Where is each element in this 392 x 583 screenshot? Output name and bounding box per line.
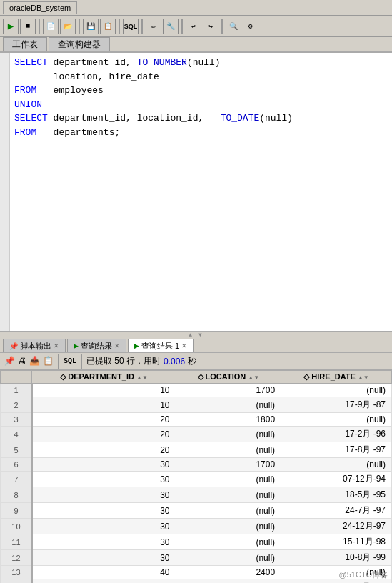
cell-dept-id: 20 <box>32 413 176 427</box>
search-button[interactable]: 🔍 <box>226 19 241 34</box>
print-icon[interactable]: 🖨 <box>18 356 26 367</box>
watermark: @51CTO博客 <box>339 569 388 580</box>
edit-button[interactable]: ✏ <box>146 19 161 34</box>
save-as-button[interactable]: 📋 <box>100 19 116 34</box>
cell-dept-id: 30 <box>32 472 176 487</box>
copy-icon[interactable]: 📋 <box>43 356 54 367</box>
tab-query-result-label: 查询结果 <box>81 341 112 352</box>
tab-query-result[interactable]: ▶ 查询结果 ✕ <box>67 339 126 352</box>
sort-dept-icon: ▲▼ <box>136 374 148 381</box>
open-button[interactable]: 📂 <box>60 19 76 34</box>
tab-script-output-close[interactable]: ✕ <box>54 342 59 349</box>
cell-location: (null) <box>176 534 281 550</box>
cell-hire-date: 24-7月 -97 <box>281 503 392 519</box>
table-row: 4 20 (null) 17-2月 -96 <box>1 427 392 442</box>
toolbar-separator-4 <box>141 19 143 34</box>
table-row: 5 20 (null) 17-8月 -97 <box>1 442 392 458</box>
cell-rownum: 6 <box>1 458 32 472</box>
new-button[interactable]: 📄 <box>43 19 59 34</box>
status-separator <box>58 354 59 369</box>
cell-location: (null) <box>176 503 281 519</box>
tab-worksheet[interactable]: 工作表 <box>3 37 47 51</box>
settings-button[interactable]: ⚙ <box>243 19 258 34</box>
undo-button[interactable]: ↩ <box>186 19 201 34</box>
cell-rownum: 3 <box>1 413 32 427</box>
cell-dept-id: 40 <box>32 566 176 579</box>
tab-script-output[interactable]: 📌 脚本输出 ✕ <box>3 339 66 352</box>
cell-location: (null) <box>176 427 281 442</box>
col-department-id[interactable]: ◇ DEPARTMENT_ID ▲▼ <box>32 371 176 384</box>
tab-script-output-icon: 📌 <box>9 342 18 350</box>
redo-button[interactable]: ↪ <box>203 19 218 34</box>
cell-hire-date: 24-12月-97 <box>281 519 392 534</box>
cell-hire-date: 15-11月-98 <box>281 534 392 550</box>
title-tab[interactable]: oracleDB_system <box>3 1 77 14</box>
cell-location: 2400 <box>176 566 281 579</box>
cell-dept-id: 30 <box>32 550 176 566</box>
bookmark-icon[interactable]: 📌 <box>4 356 15 367</box>
line-numbers <box>0 53 10 331</box>
tab-query-result-1-label: 查询结果 1 <box>141 341 179 352</box>
cell-rownum: 4 <box>1 427 32 442</box>
cell-hire-date: (null) <box>281 458 392 472</box>
cell-location: (null) <box>176 579 281 584</box>
cell-dept-id: 20 <box>32 427 176 442</box>
cell-location: (null) <box>176 397 281 413</box>
stop-button[interactable]: ■ <box>20 19 36 34</box>
cell-rownum: 5 <box>1 442 32 458</box>
cell-hire-date: (null) <box>281 384 392 397</box>
run-button[interactable]: ▶ <box>3 19 19 34</box>
cell-hire-date: 18-5月 -95 <box>281 487 392 503</box>
table-row: 13 40 2400 (null) <box>1 566 392 579</box>
format-button[interactable]: 🔧 <box>163 19 179 34</box>
results-table: ◇ DEPARTMENT_ID ▲▼ ◇ LOCATION ▲▼ ◇ HIRE_… <box>0 370 392 583</box>
save-result-icon[interactable]: 📥 <box>29 356 40 367</box>
table-row: 12 30 (null) 10-8月 -99 <box>1 550 392 566</box>
tab-query-builder[interactable]: 查询构建器 <box>49 37 110 51</box>
sql-button[interactable]: SQL <box>123 19 139 34</box>
save-button[interactable]: 💾 <box>83 19 99 34</box>
col-hire-date[interactable]: ◇ HIRE_DATE ▲▼ <box>281 371 392 384</box>
cell-hire-date: 17-8月 -97 <box>281 442 392 458</box>
col-location[interactable]: ◇ LOCATION ▲▼ <box>176 371 281 384</box>
table-row: 8 30 (null) 18-5月 -95 <box>1 487 392 503</box>
cell-dept-id: 10 <box>32 397 176 413</box>
tab-query-result-1-icon: ▶ <box>134 342 139 349</box>
status-separator-2 <box>81 354 82 369</box>
cell-rownum: 8 <box>1 487 32 503</box>
cell-location: (null) <box>176 550 281 566</box>
toolbar-separator-6 <box>221 19 223 34</box>
sort-hire-icon: ▲▼ <box>358 374 369 381</box>
resize-handle[interactable]: ▲ ▼ <box>0 332 392 337</box>
cell-rownum: 10 <box>1 519 32 534</box>
table-row: 10 30 (null) 24-12月-97 <box>1 519 392 534</box>
tab-query-result-close[interactable]: ✕ <box>114 342 120 349</box>
title-bar: oracleDB_system <box>0 0 392 16</box>
cell-dept-id: 30 <box>32 503 176 519</box>
results-area[interactable]: ◇ DEPARTMENT_ID ▲▼ ◇ LOCATION ▲▼ ◇ HIRE_… <box>0 370 392 583</box>
cell-location: (null) <box>176 442 281 458</box>
toolbar: ▶ ■ 📄 📂 💾 📋 SQL ✏ 🔧 ↩ ↪ 🔍 ⚙ <box>0 16 392 37</box>
status-bar: 📌 🖨 📥 📋 SQL 已提取 50 行，用时 0.006 秒 <box>0 353 392 370</box>
cell-rownum: 7 <box>1 472 32 487</box>
cell-location: (null) <box>176 472 281 487</box>
cell-dept-id: 30 <box>32 458 176 472</box>
tab-query-result-1[interactable]: ▶ 查询结果 1 ✕ <box>128 339 194 352</box>
col-rownum <box>1 371 32 384</box>
cell-dept-id: 30 <box>32 487 176 503</box>
cell-location: (null) <box>176 487 281 503</box>
tab-query-result-icon: ▶ <box>74 342 79 349</box>
status-text: 已提取 50 行，用时 <box>86 355 161 367</box>
bottom-panel: 📌 脚本输出 ✕ ▶ 查询结果 ✕ ▶ 查询结果 1 ✕ 📌 🖨 📥 📋 SQL… <box>0 337 392 583</box>
cell-dept-id: 20 <box>32 442 176 458</box>
toolbar-separator-2 <box>79 19 80 34</box>
table-row: 3 20 1800 (null) <box>1 413 392 427</box>
tab-query-result-1-close[interactable]: ✕ <box>181 342 187 349</box>
sql-code-area[interactable]: SELECT department_id, TO_NUMBER(null) lo… <box>10 53 392 331</box>
cell-rownum: 2 <box>1 397 32 413</box>
sql-editor[interactable]: SELECT department_id, TO_NUMBER(null) lo… <box>0 53 392 332</box>
table-header-row: ◇ DEPARTMENT_ID ▲▼ ◇ LOCATION ▲▼ ◇ HIRE_… <box>1 371 392 384</box>
cell-dept-id: 40 <box>32 579 176 584</box>
editor-tab-bar: 工作表 查询构建器 <box>0 37 392 53</box>
table-row: 7 30 (null) 07-12月-94 <box>1 472 392 487</box>
